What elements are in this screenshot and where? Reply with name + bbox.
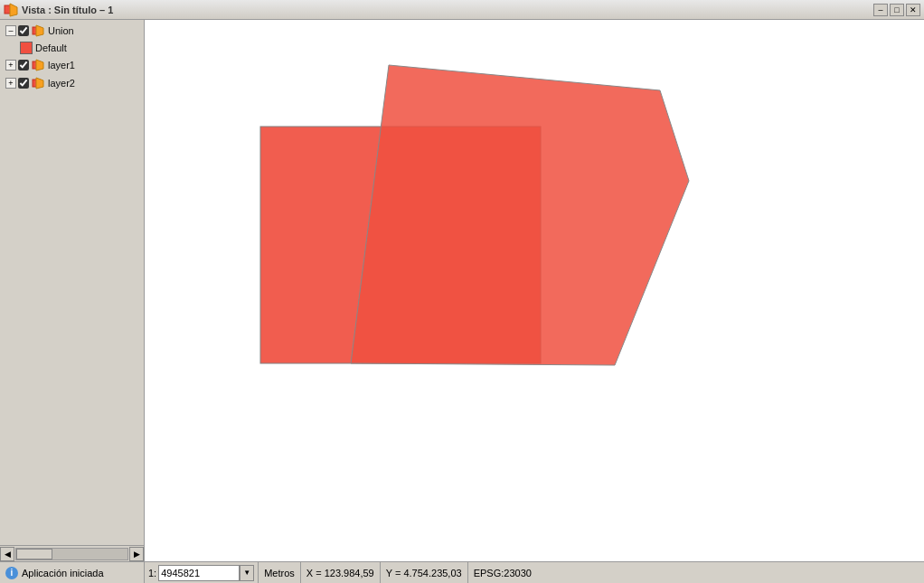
scale-prefix: 1: <box>148 568 158 578</box>
title-text: Vista : Sin título – 1 <box>22 5 113 15</box>
layer1-label: layer1 <box>48 60 75 71</box>
layer1-icon <box>31 58 45 72</box>
app-icon <box>4 3 18 17</box>
expand-layer1[interactable]: + <box>5 60 16 71</box>
union-label: Union <box>48 25 74 36</box>
union-icon <box>31 24 45 38</box>
expand-layer2[interactable]: + <box>5 78 16 89</box>
info-icon: i <box>5 567 18 579</box>
status-unit: Metros <box>259 562 301 583</box>
status-info: i Aplicación iniciada <box>0 562 145 583</box>
title-bar-text: Vista : Sin título – 1 <box>4 3 113 17</box>
sidebar-scrollbar: ◀ ▶ <box>0 545 144 561</box>
maximize-button[interactable]: □ <box>890 4 904 16</box>
status-epsg: EPSG:23030 <box>468 562 537 583</box>
scroll-right-button[interactable]: ▶ <box>129 547 144 561</box>
y-coord-text: Y = 4.754.235,03 <box>386 568 462 578</box>
x-coord-text: X = 123.984,59 <box>306 568 374 578</box>
checkbox-layer1[interactable] <box>18 60 29 71</box>
default-label: Default <box>35 42 67 53</box>
tree-node-layer1[interactable]: + layer1 <box>2 56 142 74</box>
map-svg <box>145 20 924 561</box>
scroll-track <box>15 548 128 560</box>
scroll-left-button[interactable]: ◀ <box>0 547 14 561</box>
epsg-text: EPSG:23030 <box>474 568 532 578</box>
tree-node-default[interactable]: Default <box>2 40 142 56</box>
scale-input[interactable] <box>158 565 240 581</box>
layer2-icon <box>31 76 45 90</box>
tree-node-layer2[interactable]: + layer2 <box>2 74 142 92</box>
scale-group: 1: ▼ <box>145 562 259 583</box>
pentagon-shape <box>351 65 689 365</box>
expand-union[interactable]: – <box>5 25 16 36</box>
layer-tree: – Union Default + <box>0 20 144 545</box>
main-layout: – Union Default + <box>0 20 924 561</box>
status-text: Aplicación iniciada <box>22 568 104 578</box>
default-color-icon <box>20 42 33 54</box>
unit-label: Metros <box>264 568 295 578</box>
layer2-label: layer2 <box>48 78 75 89</box>
sidebar: – Union Default + <box>0 20 145 561</box>
svg-marker-3 <box>36 25 43 36</box>
svg-marker-7 <box>36 78 43 89</box>
checkbox-layer2[interactable] <box>18 78 29 89</box>
close-button[interactable]: ✕ <box>906 4 920 16</box>
svg-marker-1 <box>10 4 17 16</box>
scale-dropdown-button[interactable]: ▼ <box>240 565 254 581</box>
scroll-thumb[interactable] <box>16 549 52 559</box>
map-canvas[interactable] <box>145 20 924 561</box>
status-y-coord: Y = 4.754.235,03 <box>381 562 468 583</box>
svg-marker-5 <box>36 60 43 71</box>
status-x-coord: X = 123.984,59 <box>301 562 381 583</box>
checkbox-union[interactable] <box>18 25 29 36</box>
title-bar-buttons: – □ ✕ <box>873 4 920 16</box>
status-bar: i Aplicación iniciada 1: ▼ Metros X = 12… <box>0 561 924 583</box>
title-bar: Vista : Sin título – 1 – □ ✕ <box>0 0 924 20</box>
minimize-button[interactable]: – <box>873 4 888 16</box>
tree-node-union[interactable]: – Union <box>2 22 142 40</box>
